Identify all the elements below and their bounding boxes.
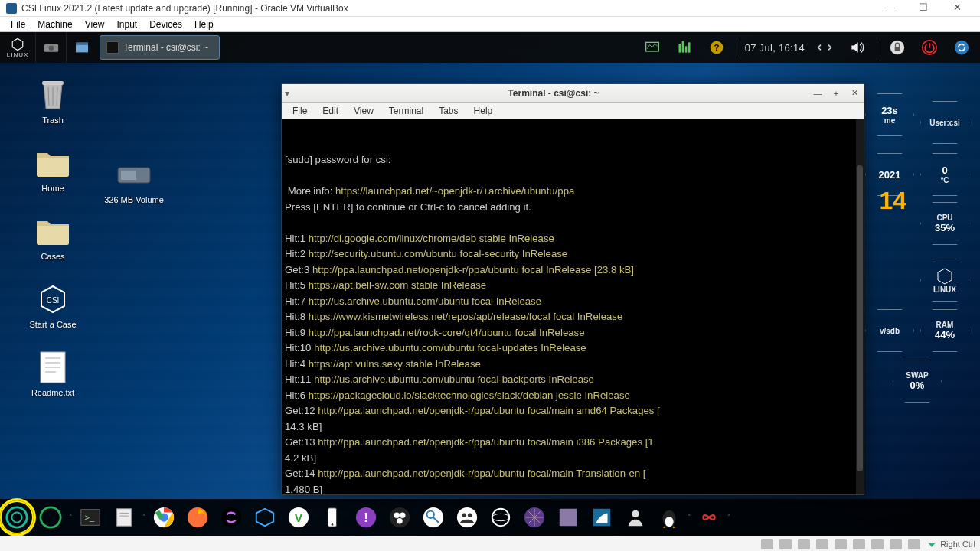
svg-point-31 [11, 512, 21, 522]
panel-screenshot[interactable] [35, 32, 66, 63]
vbox-status-rec-icon[interactable] [890, 539, 902, 549]
dock-circle2[interactable] [34, 500, 67, 534]
svg-point-58 [492, 509, 510, 527]
desktop-icon-start-case[interactable]: CSI Start a Case [18, 281, 87, 329]
terminal-maximize-button[interactable]: + [828, 87, 844, 99]
terminal-menu-dropdown-icon[interactable]: ▾ [285, 88, 296, 99]
refresh-icon [954, 40, 969, 55]
dock-app-menu[interactable] [0, 500, 34, 534]
globe-gear-icon [489, 506, 512, 529]
vbox-menu-help[interactable]: Help [188, 19, 220, 30]
desktop-icon-trash[interactable]: Trash [18, 77, 87, 125]
dock-wireshark[interactable] [585, 500, 619, 534]
tray-system-monitor[interactable] [640, 37, 665, 58]
dock-editor[interactable] [107, 500, 141, 534]
desktop-icon-home[interactable]: Home [18, 145, 87, 193]
vbox-status-net-icon[interactable] [816, 539, 828, 549]
terminal-titlebar[interactable]: ▾ Terminal - csi@csi: ~ — + ✕ [282, 84, 864, 103]
vbox-status-display-icon[interactable] [871, 539, 884, 549]
monitor-icon [645, 40, 660, 55]
terminal-line: 4.2 kB] [285, 451, 859, 467]
terminal-menu-edit[interactable]: Edit [315, 106, 346, 116]
tray-volume[interactable] [844, 37, 869, 58]
desktop-icon-volume[interactable]: 326 MB Volume [100, 156, 168, 204]
vbox-menu-file[interactable]: File [5, 19, 31, 30]
vbox-status-usb-icon[interactable] [835, 539, 847, 549]
close-button[interactable]: ✕ [940, 0, 974, 17]
dock-phone[interactable] [315, 500, 349, 534]
terminal-close-button[interactable]: ✕ [847, 87, 862, 99]
dock-globe[interactable] [484, 500, 518, 534]
vbox-status-audio-icon[interactable] [798, 539, 810, 549]
folder-icon [34, 145, 71, 181]
dock-pidgin[interactable]: ! [349, 500, 383, 534]
svg-text:CSI: CSI [47, 296, 60, 305]
hexagon-logo-icon: CSI [34, 281, 71, 318]
person-icon [624, 506, 647, 529]
dock-terminal[interactable]: >_ [74, 500, 107, 534]
svg-point-48 [390, 507, 410, 527]
dock-network[interactable] [518, 500, 551, 534]
terminal-menu-help[interactable]: Help [466, 106, 501, 116]
terminal-icon [106, 41, 119, 54]
terminal-menu-view[interactable]: View [346, 106, 381, 116]
text-file-icon [34, 349, 71, 386]
taskbar-item-terminal[interactable]: Terminal - csi@csi: ~ [100, 35, 220, 60]
maximize-button[interactable]: ☐ [906, 0, 940, 17]
dock-users[interactable] [450, 500, 484, 534]
vbox-status-hd-icon[interactable] [761, 539, 773, 549]
terminal-line: More info: https://launchpad.net/~openjd… [285, 184, 859, 200]
tray-refresh[interactable] [949, 37, 974, 58]
tray-help[interactable]: ? [704, 37, 729, 58]
terminal-menu-terminal[interactable]: Terminal [381, 106, 431, 116]
tux-icon [658, 506, 681, 529]
vbox-hostkey[interactable]: Right Ctrl [926, 540, 975, 549]
desktop-icon-cases[interactable]: Cases [18, 213, 87, 261]
terminal-line: Hit:11 http://us.archive.ubuntu.com/ubun… [285, 372, 859, 388]
camera-icon [44, 42, 59, 53]
svg-point-45 [332, 523, 334, 526]
tray-lock[interactable] [885, 37, 910, 58]
dock-sync[interactable] [214, 500, 248, 534]
panel-clock[interactable]: 07 Jul, 16:14 [745, 42, 805, 54]
scrollbar-thumb[interactable] [857, 165, 863, 471]
terminal-line: Hit:9 http://ppa.launchpad.net/rock-core… [285, 325, 859, 341]
svg-rect-13 [895, 47, 900, 51]
terminal-scrollbar[interactable] [856, 119, 864, 494]
tray-cpu-bars[interactable] [672, 37, 697, 58]
terminal-window: ▾ Terminal - csi@csi: ~ — + ✕ File Edit … [281, 83, 864, 495]
terminal-output[interactable]: [sudo] password for csi: More info: http… [282, 119, 864, 494]
vbox-status-cpu-icon[interactable] [908, 539, 920, 549]
dock-obs[interactable] [383, 500, 416, 534]
minimize-button[interactable]: — [873, 0, 906, 17]
vbox-menubar: File Machine View Input Devices Help [0, 17, 980, 32]
panel-filemanager[interactable] [66, 32, 96, 63]
dock-infinity[interactable] [692, 500, 726, 534]
dock-tux[interactable] [652, 500, 686, 534]
tray-power[interactable] [917, 37, 942, 58]
tray-expand[interactable] [812, 37, 837, 58]
desktop-icon-readme[interactable]: Readme.txt [18, 349, 87, 397]
dock-chrome[interactable] [147, 500, 181, 534]
svg-rect-6 [678, 44, 681, 53]
terminal-icon: >_ [79, 506, 102, 529]
dock-veracrypt[interactable]: V [282, 500, 315, 534]
vbox-menu-input[interactable]: Input [111, 19, 144, 30]
vbox-menu-devices[interactable]: Devices [143, 19, 188, 30]
dock-keepass[interactable] [416, 500, 450, 534]
vbox-status-od-icon[interactable] [779, 539, 792, 549]
terminal-minimize-button[interactable]: — [810, 87, 825, 99]
app-launcher[interactable]: LINUX [0, 32, 35, 63]
vbox-menu-view[interactable]: View [79, 19, 111, 30]
dock-autopsy[interactable] [551, 500, 585, 534]
dock-firefox[interactable] [181, 500, 214, 534]
vbox-menu-machine[interactable]: Machine [31, 19, 78, 30]
terminal-menu-file[interactable]: File [285, 106, 315, 116]
speaker-icon [849, 40, 864, 55]
dock-sep[interactable]: ˄ [67, 507, 74, 528]
dock-person[interactable] [619, 500, 652, 534]
vbox-status-shared-icon[interactable] [853, 539, 865, 549]
key-icon [422, 506, 445, 529]
terminal-menu-tabs[interactable]: Tabs [431, 106, 466, 116]
dock-cube[interactable] [248, 500, 282, 534]
